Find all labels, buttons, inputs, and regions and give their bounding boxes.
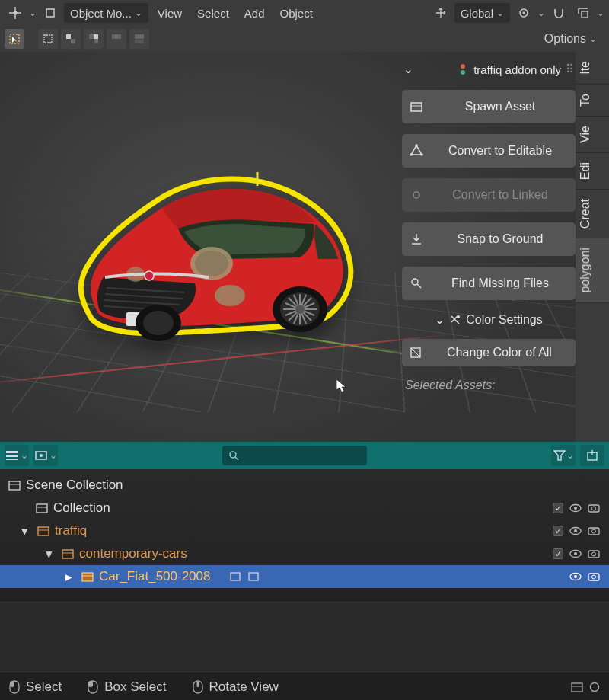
find-missing-button[interactable]: Find Missing Files [402,267,576,300]
side-tabs: Ite To Vie Edi Creat polygoni [576,52,609,442]
dropdown-chevron-icon[interactable]: ⌄ [29,8,37,18]
orientation-dropdown[interactable]: Global ⌄ [454,3,510,23]
tab-view[interactable]: Vie [576,117,609,153]
viewport-3d[interactable]: ⌄ traffiq addon only ⠿ Spawn Asset Conve… [0,52,609,442]
status-box-select-label: Box Select [104,679,166,695]
tab-create[interactable]: Creat [576,190,609,238]
tree-row[interactable]: ▾ traffiq ✓ [0,519,609,542]
transform-orientation-icon[interactable] [430,3,451,23]
exclude-checkbox[interactable]: ✓ [553,548,563,559]
display-mode-dropdown[interactable]: ⌄ [5,445,29,466]
svg-rect-13 [44,35,52,43]
exclude-checkbox[interactable]: ✓ [553,503,563,513]
convert-editable-button[interactable]: Convert to Editable [402,134,576,168]
mode-btn-4[interactable] [107,29,126,49]
tab-tool[interactable]: To [576,85,609,117]
filter-icon[interactable]: ⌄ [551,445,576,466]
pivot-icon[interactable] [5,3,26,23]
panel-header[interactable]: ⌄ traffiq addon only ⠿ [402,59,576,79]
svg-rect-21 [135,34,144,39]
camera-icon[interactable] [588,549,600,558]
disclosure-triangle-icon[interactable]: ▸ [65,569,76,585]
mode-btn-5[interactable] [129,29,149,49]
convert-linked-label: Convert to Linked [432,188,568,202]
chevron-down-icon: ⌄ [496,8,504,18]
search-input[interactable] [244,449,361,462]
outliner-search[interactable] [222,446,367,465]
car-object-selected[interactable] [62,166,367,364]
svg-rect-63 [6,459,18,460]
eye-icon[interactable] [569,503,582,513]
item-label: contemporary-cars [79,546,187,561]
camera-icon[interactable] [588,572,600,581]
grip-icon[interactable]: ⠿ [566,62,574,76]
view-layer-icon[interactable]: ⌄ [33,445,58,466]
tree-row[interactable]: Collection ✓ [0,497,609,519]
tree-row-selected[interactable]: ▸ Car_Fiat_500-2008 [0,565,609,588]
menu-view[interactable]: View [151,5,188,22]
disclosure-triangle-icon[interactable]: ▾ [21,523,32,539]
svg-point-79 [592,507,596,510]
svg-point-66 [230,452,236,458]
camera-icon[interactable] [588,526,600,535]
spawn-asset-button[interactable]: Spawn Asset [402,90,576,123]
svg-rect-5 [46,9,54,17]
tab-polygoniq[interactable]: polygoni [576,238,609,303]
object-mode-icon[interactable] [40,3,61,23]
menu-object[interactable]: Object [274,5,319,22]
tree-row[interactable]: ▾ contemporary-cars ✓ [0,542,609,565]
svg-point-56 [410,153,413,156]
chevron-down-icon[interactable]: ⌄ [597,8,604,18]
svg-rect-18 [94,34,98,39]
pivot-point-icon[interactable] [513,3,534,23]
options-dropdown[interactable]: Options ⌄ [537,29,604,49]
eye-icon[interactable] [569,526,582,535]
svg-rect-80 [38,527,49,535]
mode-btn-3[interactable] [84,29,104,49]
exclude-checkbox[interactable]: ✓ [553,526,563,536]
tab-edit[interactable]: Edi [576,153,609,190]
svg-rect-94 [231,573,240,580]
snap-icon[interactable] [548,3,569,23]
tab-item[interactable]: Ite [576,52,609,85]
collapse-icon[interactable]: ⌄ [403,62,413,76]
chevron-down-icon: ⌄ [435,312,445,327]
properties-area[interactable] [0,600,609,673]
svg-point-89 [574,552,577,555]
svg-rect-90 [588,551,599,558]
convert-icon [410,144,423,158]
snap-target-icon[interactable] [572,3,594,23]
status-bar: Select Box Select Rotate View [0,673,609,700]
svg-rect-61 [6,451,18,453]
eye-icon[interactable] [569,549,582,558]
svg-rect-105 [196,682,199,687]
svg-rect-17 [94,39,98,43]
color-settings-header[interactable]: ⌄ Color Settings [402,311,576,328]
svg-point-46 [143,311,174,335]
mode-btn-1[interactable] [38,29,58,49]
item-label: Car_Fiat_500-2008 [99,569,210,584]
eye-icon[interactable] [569,572,582,581]
disclosure-triangle-icon[interactable]: ▾ [46,546,56,562]
menu-select[interactable]: Select [191,5,235,22]
svg-rect-10 [582,11,588,18]
mesh-icon [228,570,242,583]
mode-btn-2[interactable] [61,29,81,49]
new-collection-icon[interactable] [580,445,604,466]
mode-label: Object Mo... [70,7,132,20]
change-color-button[interactable]: Change Color of All [402,339,576,366]
status-rotate-label: Rotate View [209,679,279,695]
svg-rect-51 [411,103,422,111]
svg-point-4 [14,11,17,14]
spawn-label: Spawn Asset [432,100,568,113]
camera-icon[interactable] [588,503,600,513]
chevron-down-icon[interactable]: ⌄ [537,8,545,18]
select-tool[interactable] [5,29,24,49]
tree-row-scene[interactable]: Scene Collection [0,474,609,497]
mode-dropdown[interactable]: Object Mo... ⌄ [64,3,148,23]
snap-ground-button[interactable]: Snap to Ground [402,222,576,256]
menu-add[interactable]: Add [238,5,271,22]
search-icon [228,450,239,461]
change-color-label: Change Color of All [431,346,568,360]
status-right-icons [571,682,600,692]
